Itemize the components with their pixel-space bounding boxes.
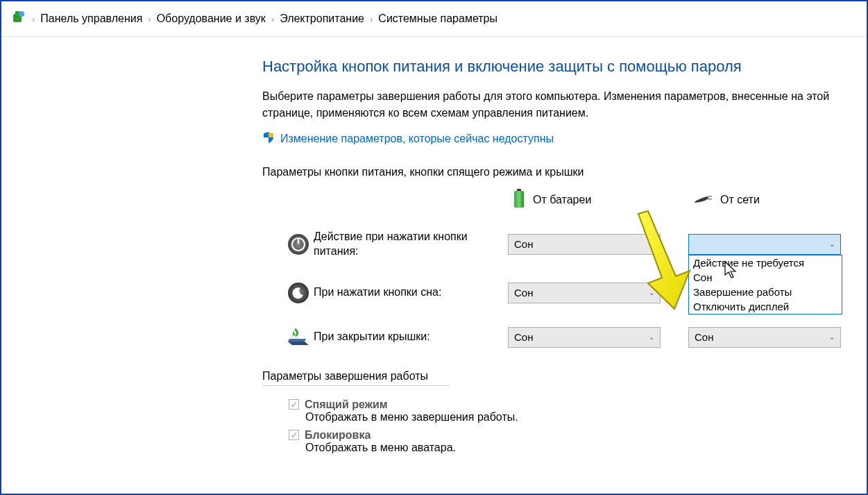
column-header-plugged: От сети <box>692 188 845 212</box>
admin-link-text: Изменение параметров, которые сейчас нед… <box>280 133 554 145</box>
lid-close-icon <box>283 328 314 347</box>
chevron-right-icon: › <box>148 14 151 24</box>
battery-icon <box>512 188 526 212</box>
page-title: Настройка кнопок питания и включение защ… <box>262 58 862 76</box>
power-button-label: Действие при нажатии кнопки питания: <box>314 230 508 259</box>
svg-point-7 <box>288 234 309 255</box>
chevron-down-icon: ⌄ <box>829 333 835 341</box>
checkbox-sleep[interactable]: ✓ <box>289 399 299 410</box>
breadcrumb-item[interactable]: Панель управления <box>40 12 142 25</box>
chevron-down-icon: ⌄ <box>649 240 654 248</box>
section-shutdown-label: Параметры завершения работы <box>262 370 450 386</box>
dropdown-option[interactable]: Отключить дисплей <box>689 299 842 314</box>
page-description: Выберите параметры завершения работы для… <box>262 88 838 121</box>
power-button-icon <box>283 233 314 256</box>
breadcrumb-item[interactable]: Электропитание <box>280 12 364 25</box>
chevron-right-icon: › <box>32 14 35 24</box>
change-unavailable-settings-link[interactable]: Изменение параметров, которые сейчас нед… <box>262 131 862 146</box>
section-buttons-label: Параметры кнопки питания, кнопки спящего… <box>262 166 862 178</box>
chevron-right-icon: › <box>370 14 373 24</box>
dropdown-option[interactable]: Завершение работы <box>689 285 842 299</box>
breadcrumb-item[interactable]: Оборудование и звук <box>157 12 266 25</box>
lid-plugged-select[interactable]: Сон⌄ <box>688 327 841 348</box>
svg-rect-3 <box>517 189 521 191</box>
shield-icon <box>262 131 275 146</box>
checkbox-lock[interactable]: ✓ <box>289 430 299 440</box>
breadcrumb-item[interactable]: Системные параметры <box>378 12 497 25</box>
power-plugged-dropdown: Действие не требуется Сон Завершение раб… <box>688 255 842 314</box>
plug-icon <box>692 192 713 208</box>
column-header-battery: От батареи <box>512 188 665 212</box>
svg-rect-4 <box>514 191 524 208</box>
svg-point-2 <box>19 11 24 17</box>
shutdown-option-lock: ✓ Блокировка Отображать в меню аватара. <box>289 429 862 454</box>
svg-rect-6 <box>708 199 712 200</box>
lid-battery-select[interactable]: Сон⌄ <box>508 327 661 348</box>
dropdown-option[interactable]: Действие не требуется <box>689 255 842 270</box>
dropdown-option[interactable]: Сон <box>689 270 842 285</box>
power-plugged-select[interactable]: ⌄ Действие не требуется Сон Завершение р… <box>688 234 841 255</box>
chevron-down-icon: ⌄ <box>649 333 654 341</box>
lid-close-label: При закрытии крышки: <box>314 330 508 344</box>
sleep-battery-select[interactable]: Сон⌄ <box>508 283 661 303</box>
breadcrumb: › Панель управления › Оборудование и зву… <box>1 1 867 37</box>
shutdown-option-sleep: ✓ Спящий режим Отображать в меню заверше… <box>289 398 862 423</box>
chevron-right-icon: › <box>271 14 274 24</box>
chevron-down-icon: ⌄ <box>829 240 835 248</box>
power-battery-select[interactable]: Сон⌄ <box>508 234 661 255</box>
sleep-button-icon <box>283 281 314 305</box>
chevron-down-icon: ⌄ <box>649 289 654 296</box>
svg-rect-5 <box>708 196 712 197</box>
control-panel-icon <box>11 10 26 28</box>
sleep-button-label: При нажатии кнопки сна: <box>314 285 508 300</box>
